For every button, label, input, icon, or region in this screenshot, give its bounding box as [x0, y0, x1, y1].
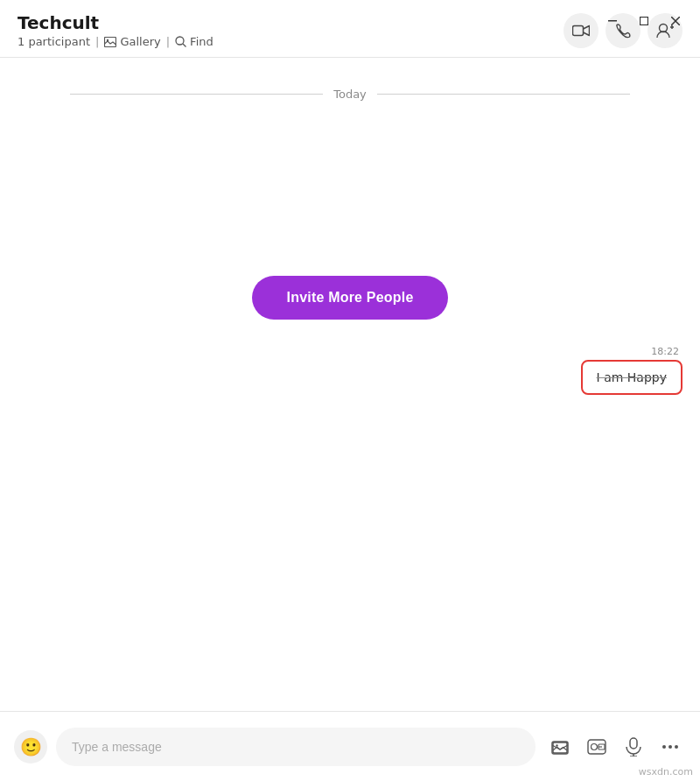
attach-icon [550, 737, 570, 756]
invite-more-people-button[interactable]: Invite More People [252, 276, 449, 320]
more-options-button[interactable] [654, 731, 686, 763]
watermark: wsxdn.com [639, 766, 693, 777]
svg-point-23 [668, 745, 672, 749]
gallery-icon [104, 37, 116, 47]
svg-rect-8 [573, 25, 584, 35]
gallery-link[interactable]: Gallery [104, 35, 160, 48]
message-time: 18:22 [651, 346, 682, 357]
svg-rect-1 [640, 18, 648, 25]
message-input[interactable] [56, 728, 536, 766]
gif-button[interactable] [581, 731, 612, 763]
divider-line-left [70, 94, 323, 95]
more-options-icon [662, 744, 679, 749]
date-divider: Today [70, 88, 630, 101]
emoji-button[interactable]: 🙂 [14, 730, 47, 763]
svg-point-22 [662, 745, 666, 749]
maximize-button[interactable] [630, 7, 658, 35]
microphone-icon [626, 737, 641, 756]
separator-2: | [166, 35, 170, 48]
chat-area: Today Invite More People 18:22 I am Happ… [0, 70, 700, 711]
message-bubble: I am Happy [581, 360, 682, 395]
svg-rect-13 [553, 742, 567, 753]
chat-meta: 1 participant | Gallery | Find [18, 35, 214, 48]
svg-rect-19 [630, 738, 637, 749]
search-icon [175, 36, 186, 47]
svg-point-24 [675, 745, 678, 749]
message-group: 18:22 I am Happy [18, 346, 682, 395]
minimize-button[interactable] [598, 7, 626, 35]
message-text: I am Happy [597, 370, 667, 384]
invite-area: Invite More People [18, 276, 682, 320]
input-area: 🙂 [0, 711, 700, 781]
participant-count: 1 participant [18, 35, 90, 48]
title-bar [588, 0, 700, 42]
video-icon [572, 25, 590, 37]
close-button[interactable] [662, 7, 690, 35]
svg-point-16 [592, 743, 598, 749]
date-divider-text: Today [333, 88, 367, 101]
audio-button[interactable] [618, 731, 649, 763]
attach-button[interactable] [544, 731, 576, 763]
chat-title: Techcult [18, 12, 214, 33]
divider-line-right [377, 94, 630, 95]
svg-rect-0 [608, 20, 617, 22]
svg-point-6 [176, 37, 184, 45]
svg-line-7 [183, 44, 186, 47]
find-link[interactable]: Find [175, 35, 214, 48]
gif-icon [587, 737, 606, 756]
header-info: Techcult 1 participant | Gallery | Find [18, 12, 214, 48]
emoji-icon: 🙂 [20, 736, 42, 757]
separator-1: | [95, 35, 99, 48]
svg-rect-12 [552, 742, 568, 754]
input-actions [544, 731, 686, 763]
messages-area: 18:22 I am Happy [18, 346, 682, 402]
